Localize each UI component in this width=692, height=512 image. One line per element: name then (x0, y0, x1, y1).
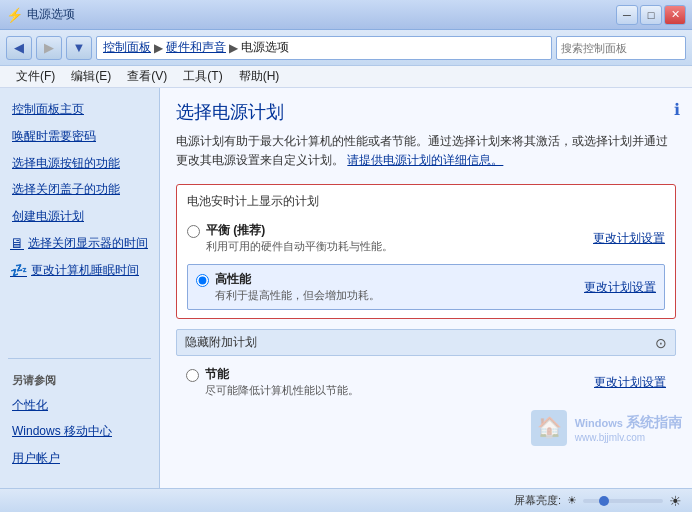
breadcrumb-part1[interactable]: 控制面板 (103, 39, 151, 56)
plan-highperf-name: 高性能 (215, 271, 380, 288)
plan-balanced-row: 平衡 (推荐) 利用可用的硬件自动平衡功耗与性能。 更改计划设置 (187, 218, 665, 258)
plan-balanced-desc: 利用可用的硬件自动平衡功耗与性能。 (206, 239, 393, 254)
description-link[interactable]: 请提供电源计划的详细信息。 (347, 153, 503, 167)
hidden-section-title: 隐藏附加计划 (185, 334, 257, 351)
search-input[interactable] (561, 42, 692, 54)
breadcrumb-part2[interactable]: 硬件和声音 (166, 39, 226, 56)
brightness-control: 屏幕亮度: ☀ ☀ (514, 493, 682, 509)
title-text: 电源选项 (27, 6, 75, 23)
sidebar-item-mobility[interactable]: Windows 移动中心 (0, 418, 159, 445)
sidebar-item-wakeup[interactable]: 唤醒时需要密码 (0, 123, 159, 150)
content-area: ℹ 选择电源计划 电源计划有助于最大化计算机的性能或者节能。通过选择计划来将其激… (160, 88, 692, 488)
plan-highperf-left: 高性能 有利于提高性能，但会增加功耗。 (196, 271, 380, 303)
hidden-plans-section: 隐藏附加计划 ⊙ 节能 尽可能降低计算机性能以节能。 更改计划设置 (176, 329, 676, 402)
sidebar: 控制面板主页 唤醒时需要密码 选择电源按钮的功能 选择关闭盖子的功能 创建电源计… (0, 88, 160, 488)
sidebar-divider (8, 358, 151, 359)
plan-eco-desc: 尽可能降低计算机性能以节能。 (205, 383, 359, 398)
hidden-section-header[interactable]: 隐藏附加计划 ⊙ (176, 329, 676, 356)
recent-locations-button[interactable]: ▼ (66, 36, 92, 60)
breadcrumb-sep1: ▶ (154, 41, 163, 55)
brightness-thumb[interactable] (599, 496, 609, 506)
window-icon: ⚡ (6, 7, 23, 23)
sidebar-item-power-btn[interactable]: 选择电源按钮的功能 (0, 150, 159, 177)
screen-brightness-label: 屏幕亮度: (514, 493, 561, 508)
address-bar: ◀ ▶ ▼ 控制面板 ▶ 硬件和声音 ▶ 电源选项 🔍 (0, 30, 692, 66)
plan-highperf-change[interactable]: 更改计划设置 (584, 279, 656, 296)
plan-highperf-info: 高性能 有利于提高性能，但会增加功耗。 (215, 271, 380, 303)
sidebar-bottom: 另请参阅 个性化 Windows 移动中心 用户帐户 (0, 346, 159, 480)
watermark-url: www.bjjmlv.com (575, 432, 682, 443)
battery-section-title: 电池安时计上显示的计划 (187, 193, 665, 210)
plan-highperf-row: 高性能 有利于提高性能，但会增加功耗。 更改计划设置 (187, 264, 665, 310)
title-controls: ─ □ ✕ (616, 5, 686, 25)
info-icon[interactable]: ℹ (674, 100, 680, 119)
page-description: 电源计划有助于最大化计算机的性能或者节能。通过选择计划来将其激活，或选择计划并通… (176, 132, 676, 170)
maximize-button[interactable]: □ (640, 5, 662, 25)
sidebar-item-lid[interactable]: 选择关闭盖子的功能 (0, 176, 159, 203)
display-icon: 🖥 (10, 235, 24, 251)
menu-edit[interactable]: 编辑(E) (63, 66, 119, 87)
plan-eco-info: 节能 尽可能降低计算机性能以节能。 (205, 366, 359, 398)
menu-tools[interactable]: 工具(T) (175, 66, 230, 87)
back-button[interactable]: ◀ (6, 36, 32, 60)
search-box: 🔍 (556, 36, 686, 60)
menu-bar: 文件(F) 编辑(E) 查看(V) 工具(T) 帮助(H) (0, 66, 692, 88)
plan-eco-radio[interactable] (186, 369, 199, 382)
sidebar-item-users[interactable]: 用户帐户 (0, 445, 159, 472)
forward-button[interactable]: ▶ (36, 36, 62, 60)
brightness-slider[interactable] (583, 499, 663, 503)
sidebar-section-title: 另请参阅 (0, 363, 159, 392)
collapse-button[interactable]: ⊙ (655, 335, 667, 351)
menu-file[interactable]: 文件(F) (8, 66, 63, 87)
watermark-icon: 🏠 (529, 408, 569, 448)
plan-balanced-info: 平衡 (推荐) 利用可用的硬件自动平衡功耗与性能。 (206, 222, 393, 254)
watermark-text: Windows 系统指南 (575, 414, 682, 432)
svg-text:🏠: 🏠 (536, 415, 561, 439)
main-layout: 控制面板主页 唤醒时需要密码 选择电源按钮的功能 选择关闭盖子的功能 创建电源计… (0, 88, 692, 488)
sidebar-item-sleep[interactable]: 💤 更改计算机睡眠时间 (0, 257, 159, 284)
breadcrumb-part3: 电源选项 (241, 39, 289, 56)
plan-balanced-name: 平衡 (推荐) (206, 222, 393, 239)
page-title: 选择电源计划 (176, 100, 676, 124)
breadcrumb-bar: 控制面板 ▶ 硬件和声音 ▶ 电源选项 (96, 36, 552, 60)
sidebar-item-create-plan[interactable]: 创建电源计划 (0, 203, 159, 230)
sidebar-item-personalize[interactable]: 个性化 (0, 392, 159, 419)
sun-icon-right: ☀ (669, 493, 682, 509)
title-bar-left: ⚡ 电源选项 (6, 6, 75, 23)
plan-balanced-radio[interactable] (187, 225, 200, 238)
menu-help[interactable]: 帮助(H) (231, 66, 288, 87)
sidebar-item-home[interactable]: 控制面板主页 (0, 96, 159, 123)
sleep-icon: 💤 (10, 262, 27, 278)
menu-view[interactable]: 查看(V) (119, 66, 175, 87)
minimize-button[interactable]: ─ (616, 5, 638, 25)
sun-icon-left: ☀ (567, 494, 577, 507)
sidebar-item-display[interactable]: 🖥 选择关闭显示器的时间 (0, 230, 159, 257)
plan-highperf-radio[interactable] (196, 274, 209, 287)
plan-eco-row: 节能 尽可能降低计算机性能以节能。 更改计划设置 (176, 362, 676, 402)
plan-eco-left: 节能 尽可能降低计算机性能以节能。 (186, 366, 359, 398)
battery-plans-section: 电池安时计上显示的计划 平衡 (推荐) 利用可用的硬件自动平衡功耗与性能。 更改… (176, 184, 676, 319)
plan-eco-name: 节能 (205, 366, 359, 383)
title-bar: ⚡ 电源选项 ─ □ ✕ (0, 0, 692, 30)
plan-eco-change[interactable]: 更改计划设置 (594, 374, 666, 391)
plan-balanced-change[interactable]: 更改计划设置 (593, 230, 665, 247)
breadcrumb-sep2: ▶ (229, 41, 238, 55)
plan-highperf-desc: 有利于提高性能，但会增加功耗。 (215, 288, 380, 303)
status-bar: 屏幕亮度: ☀ ☀ (0, 488, 692, 512)
close-button[interactable]: ✕ (664, 5, 686, 25)
plan-balanced-left: 平衡 (推荐) 利用可用的硬件自动平衡功耗与性能。 (187, 222, 393, 254)
watermark: 🏠 Windows 系统指南 www.bjjmlv.com (529, 408, 682, 448)
